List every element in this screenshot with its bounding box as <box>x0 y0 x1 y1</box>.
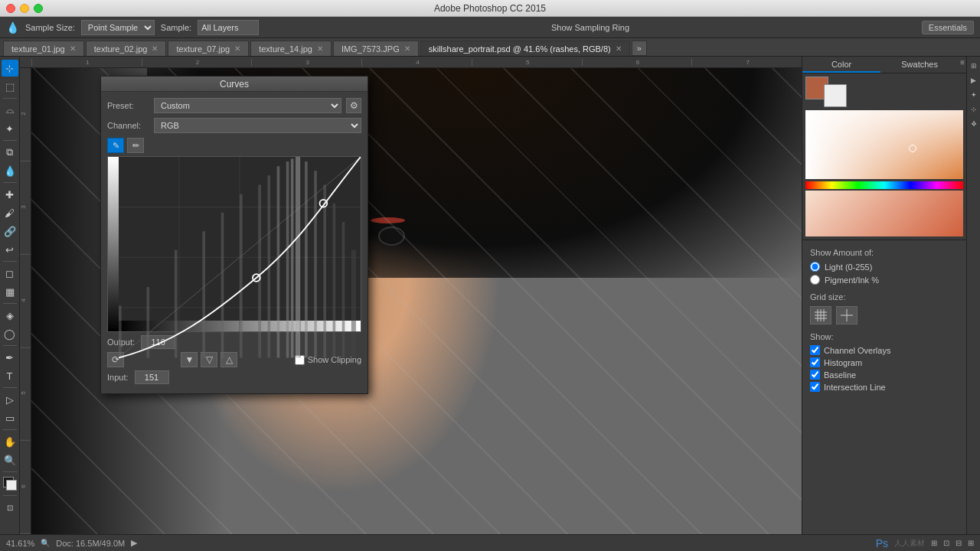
horizontal-ruler: 1 2 3 4 5 6 7 <box>20 57 802 68</box>
input-input[interactable] <box>135 370 169 384</box>
shape-tool-button[interactable]: ▭ <box>2 409 18 426</box>
background-color[interactable] <box>6 480 17 491</box>
toolbar-divider <box>3 345 17 346</box>
curves-dialog-titlebar[interactable]: Curves <box>101 77 368 92</box>
clone-stamp-button[interactable]: 🔗 <box>2 223 18 240</box>
baseline-checkbox[interactable] <box>810 370 820 380</box>
pigment-label: Pigment/Ink % <box>825 276 879 285</box>
toolbar-divider <box>3 429 17 430</box>
tab-texture14[interactable]: texture_14.jpg ✕ <box>250 41 332 56</box>
intersection-line-checkbox[interactable] <box>810 382 820 392</box>
svg-rect-7 <box>119 305 122 357</box>
tab-close-icon[interactable]: ✕ <box>404 44 410 53</box>
toolbar-divider <box>3 495 17 496</box>
eyedropper-tool-button[interactable]: 💧 <box>2 162 18 179</box>
quick-select-tool-button[interactable]: ✦ <box>2 120 18 137</box>
text-tool-button[interactable]: T <box>2 367 18 384</box>
bottom-tool-4[interactable]: ⊞ <box>968 539 974 547</box>
brush-tool-button[interactable]: 🖌 <box>2 204 18 221</box>
panel-icon-1[interactable]: ⊞ <box>968 60 980 72</box>
tab-close-icon[interactable]: ✕ <box>616 44 622 53</box>
photoshop-logo-icon: Ps <box>876 537 888 549</box>
background-color-swatch[interactable] <box>824 84 847 107</box>
marquee-tool-button[interactable]: ⬚ <box>2 78 18 95</box>
light-radio[interactable] <box>810 262 820 272</box>
tab-close-icon[interactable]: ✕ <box>70 44 76 53</box>
close-window-button[interactable] <box>6 4 15 13</box>
gradient-tool-button[interactable]: ▦ <box>2 283 18 300</box>
tab-img7573[interactable]: IMG_7573.JPG ✕ <box>333 41 419 56</box>
tab-swatches[interactable]: Swatches <box>880 57 959 73</box>
histogram-checkbox[interactable] <box>810 357 820 367</box>
sample-size-select[interactable]: Point Sample <box>81 20 155 35</box>
healing-brush-button[interactable]: ✚ <box>2 186 18 203</box>
svg-rect-13 <box>258 184 261 357</box>
tab-close-icon[interactable]: ✕ <box>152 44 158 53</box>
tab-color[interactable]: Color <box>802 57 880 73</box>
foreground-background-swatch[interactable] <box>3 477 17 491</box>
svg-rect-22 <box>333 204 336 358</box>
show-section: Show: Channel Overlays Histogram Baselin… <box>810 332 959 392</box>
channel-overlays-checkbox[interactable] <box>810 345 820 355</box>
bottom-tool-2[interactable]: ⊡ <box>943 539 949 547</box>
pigment-radio[interactable] <box>810 275 820 285</box>
preset-select[interactable]: Custom <box>154 98 341 113</box>
minimize-window-button[interactable] <box>20 4 29 13</box>
sample-value-input[interactable] <box>198 20 259 35</box>
blur-tool-button[interactable]: ◈ <box>2 307 18 324</box>
panel-icon-3[interactable]: ✦ <box>968 89 980 101</box>
preset-label: Preset: <box>107 101 149 110</box>
tab-texture02[interactable]: texture_02.jpg ✕ <box>86 41 167 56</box>
bottom-tool-1[interactable]: ⊞ <box>931 539 937 547</box>
tab-texture01[interactable]: texture_01.jpg ✕ <box>3 41 84 56</box>
zoom-level: 41.61% <box>6 539 34 548</box>
path-select-button[interactable]: ▷ <box>2 391 18 408</box>
hand-tool-button[interactable]: ✋ <box>2 433 18 450</box>
panel-icon-4[interactable]: ⊹ <box>968 103 980 116</box>
curve-draw-tool[interactable]: ✏ <box>127 138 144 153</box>
workspace: 1 2 3 4 5 6 7 2 3 4 5 6 <box>20 57 980 534</box>
panel-icon-2[interactable]: ▶ <box>968 74 980 86</box>
tab-more-button[interactable]: » <box>632 41 647 56</box>
grid-size-title: Grid size: <box>810 292 959 302</box>
quick-mask-button[interactable]: ⊡ <box>2 499 18 516</box>
canvas-viewport[interactable]: 人人素材 www.rr-sc.com 人人素材 www.rr-sc.com 人人… <box>31 68 802 534</box>
bottom-tool-3[interactable]: ⊟ <box>956 539 962 547</box>
small-grid-button[interactable] <box>810 306 831 324</box>
hue-slider[interactable] <box>805 181 963 189</box>
channel-select[interactable]: RGB <box>154 118 361 133</box>
channel-overlays-label: Channel Overlays <box>824 346 890 355</box>
panel-menu-icon[interactable]: ≡ <box>959 57 966 73</box>
color-spectrum[interactable] <box>805 110 963 179</box>
move-tool-button[interactable]: ⊹ <box>2 60 18 77</box>
lasso-tool-button[interactable]: ⌓ <box>2 102 18 119</box>
tab-skillshare-portrait[interactable]: skillshare_portrait.psd @ 41.6% (rashes,… <box>420 41 630 56</box>
curve-point-tool[interactable]: ✎ <box>107 138 124 153</box>
curves-dialog: Curves Preset: Custom ⚙ <box>100 76 368 394</box>
tab-texture07[interactable]: texture_07.jpg ✕ <box>168 41 249 56</box>
curves-gear-button[interactable]: ⚙ <box>346 98 361 113</box>
canvas-area: 1 2 3 4 5 6 7 2 3 4 5 6 <box>20 57 802 534</box>
toolbar-divider <box>3 471 17 472</box>
show-amount-title: Show Amount of: <box>810 248 959 257</box>
essentials-label[interactable]: Essentials <box>922 21 974 34</box>
svg-rect-19 <box>305 161 308 357</box>
saturation-area[interactable] <box>805 191 963 236</box>
eraser-tool-button[interactable]: ◻ <box>2 265 18 282</box>
zoom-tool-button[interactable]: 🔍 <box>2 452 18 468</box>
ruler-marks-h: 1 2 3 4 5 6 7 <box>31 59 802 66</box>
toolbar-divider <box>3 140 17 141</box>
pen-tool-button[interactable]: ✒ <box>2 349 18 366</box>
maximize-window-button[interactable] <box>34 4 43 13</box>
large-grid-button[interactable] <box>836 306 858 324</box>
history-brush-button[interactable]: ↩ <box>2 241 18 258</box>
input-row: Input: <box>107 370 361 384</box>
crop-tool-button[interactable]: ⧉ <box>2 144 18 161</box>
tab-close-icon[interactable]: ✕ <box>234 44 240 53</box>
curve-graph[interactable] <box>107 156 361 332</box>
panel-icon-5[interactable]: ❖ <box>968 118 980 130</box>
curves-title: Curves <box>220 79 249 90</box>
dodge-tool-button[interactable]: ◯ <box>2 325 18 342</box>
tab-close-icon[interactable]: ✕ <box>317 44 323 53</box>
toolbar-divider <box>3 261 17 262</box>
